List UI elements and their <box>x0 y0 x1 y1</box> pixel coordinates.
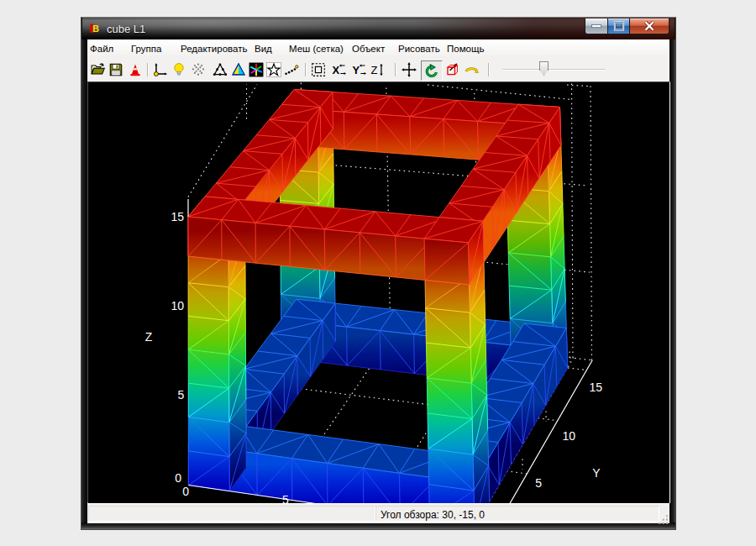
svg-text:Z: Z <box>371 64 378 76</box>
svg-text:0: 0 <box>175 471 181 485</box>
svg-text:B: B <box>92 24 99 34</box>
svg-text:10: 10 <box>171 299 185 312</box>
svg-text:0: 0 <box>182 485 189 498</box>
svg-text:5: 5 <box>177 388 184 402</box>
svg-text:Z: Z <box>145 330 153 344</box>
svg-text:15: 15 <box>171 210 184 223</box>
svg-text:5: 5 <box>535 476 542 490</box>
svg-text:10: 10 <box>562 429 575 443</box>
svg-text:Y: Y <box>353 64 360 76</box>
svg-text:Y: Y <box>592 466 601 480</box>
svg-text:15: 15 <box>589 381 602 394</box>
svg-text:X: X <box>333 64 340 76</box>
svg-text:5: 5 <box>282 493 289 504</box>
